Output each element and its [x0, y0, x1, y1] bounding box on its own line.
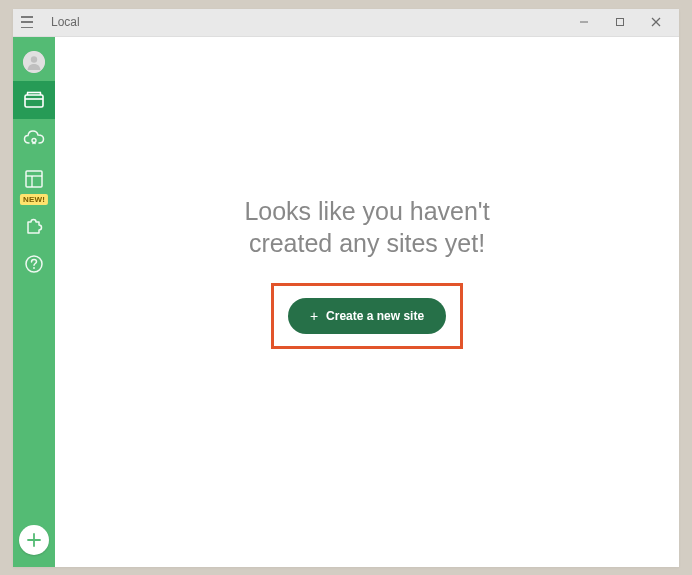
- empty-state-message: Looks like you haven't created any sites…: [244, 195, 489, 259]
- body-area: NEW! Looks like you haven't: [13, 37, 679, 567]
- puzzle-icon: [24, 216, 44, 236]
- menu-icon[interactable]: [19, 16, 35, 28]
- svg-point-16: [33, 267, 35, 269]
- plus-icon: [26, 532, 42, 548]
- plus-icon: +: [310, 309, 318, 323]
- cta-label: Create a new site: [326, 309, 424, 323]
- avatar-icon: [23, 51, 45, 73]
- svg-rect-12: [26, 171, 42, 187]
- sidebar-item-blueprints[interactable]: NEW!: [13, 157, 55, 201]
- add-site-fab[interactable]: [19, 525, 49, 555]
- titlebar: Local: [13, 9, 679, 37]
- svg-rect-6: [25, 95, 43, 107]
- cloud-icon: [23, 129, 45, 147]
- sidebar-item-cloud[interactable]: [13, 119, 55, 157]
- main-content: Looks like you haven't created any sites…: [55, 37, 679, 567]
- blueprints-icon: [24, 169, 44, 189]
- svg-point-5: [31, 56, 37, 62]
- window-title: Local: [51, 15, 80, 29]
- maximize-button[interactable]: [603, 10, 637, 34]
- new-badge: NEW!: [20, 194, 48, 205]
- svg-rect-1: [617, 19, 624, 26]
- sites-icon: [24, 91, 44, 109]
- sidebar-item-sites[interactable]: [13, 81, 55, 119]
- empty-line-2: created any sites yet!: [244, 227, 489, 259]
- titlebar-left: Local: [19, 15, 80, 29]
- close-button[interactable]: [639, 10, 673, 34]
- sidebar-item-account[interactable]: [13, 43, 55, 81]
- window-controls: [567, 10, 673, 34]
- help-icon: [24, 254, 44, 274]
- create-new-site-button[interactable]: + Create a new site: [288, 298, 446, 334]
- sidebar-item-help[interactable]: [13, 245, 55, 283]
- app-window: Local: [13, 9, 679, 567]
- cta-highlight-box: + Create a new site: [271, 283, 463, 349]
- empty-line-1: Looks like you haven't: [244, 195, 489, 227]
- sidebar-item-addons[interactable]: [13, 207, 55, 245]
- sidebar: NEW!: [13, 37, 55, 567]
- minimize-button[interactable]: [567, 10, 601, 34]
